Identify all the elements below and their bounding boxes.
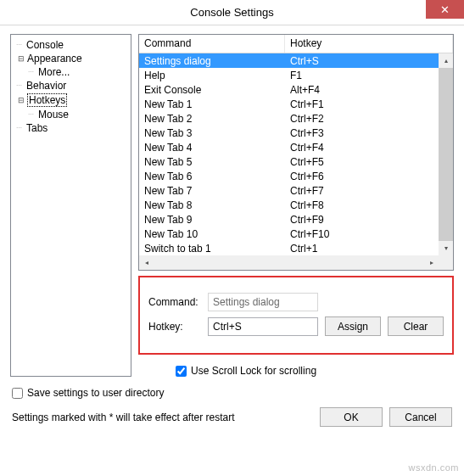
list-body[interactable]: Settings dialogCtrl+SHelpF1Exit ConsoleA… bbox=[139, 53, 453, 270]
list-row[interactable]: New Tab 8Ctrl+F8 bbox=[139, 198, 453, 212]
cell-hotkey: Ctrl+F8 bbox=[285, 199, 453, 211]
cell-command: Exit Console bbox=[139, 84, 285, 96]
tree-item-console[interactable]: ⋯Console bbox=[13, 38, 129, 52]
category-tree[interactable]: ⋯Console⊟Appearance⋯More...⋯Behavior⊟Hot… bbox=[10, 34, 131, 377]
cell-command: Help bbox=[139, 70, 285, 81]
assign-button[interactable]: Assign bbox=[325, 316, 381, 336]
cell-command: New Tab 1 bbox=[139, 98, 285, 110]
tree-item-label: Appearance bbox=[27, 53, 82, 64]
tree-item-label: More... bbox=[38, 66, 70, 78]
hotkey-input[interactable] bbox=[208, 317, 318, 336]
list-row[interactable]: New Tab 3Ctrl+F3 bbox=[139, 126, 453, 140]
restart-note: Settings marked with * will take effect … bbox=[12, 412, 235, 423]
command-label: Command: bbox=[148, 296, 201, 308]
scroll-thumb[interactable] bbox=[439, 68, 453, 241]
scroll-corner bbox=[439, 255, 453, 270]
cell-hotkey: Alt+F4 bbox=[285, 84, 453, 96]
clear-button[interactable]: Clear bbox=[388, 316, 444, 336]
cell-command: Switch to tab 1 bbox=[139, 243, 285, 255]
column-hotkey[interactable]: Hotkey bbox=[285, 35, 453, 53]
cell-command: Settings dialog bbox=[139, 55, 285, 67]
dialog-buttons: OK Cancel bbox=[320, 407, 452, 427]
list-row[interactable]: New Tab 7Ctrl+F7 bbox=[139, 183, 453, 198]
tree-item-appearance[interactable]: ⊟Appearance bbox=[13, 52, 129, 65]
column-command[interactable]: Command bbox=[139, 35, 285, 53]
cell-command: New Tab 2 bbox=[139, 113, 285, 125]
scroll-lock-checkbox[interactable] bbox=[176, 366, 187, 377]
cancel-button[interactable]: Cancel bbox=[389, 407, 452, 427]
cell-command: New Tab 7 bbox=[139, 185, 285, 197]
hotkey-row: Hotkey: Assign Clear bbox=[148, 316, 444, 336]
command-display: Settings dialog bbox=[208, 293, 318, 311]
tree-item-label: Tabs bbox=[26, 122, 48, 134]
cell-hotkey: Ctrl+F6 bbox=[285, 171, 453, 182]
tree-item-behavior[interactable]: ⋯Behavior bbox=[13, 79, 129, 92]
tree-item-hotkeys[interactable]: ⊟Hotkeys bbox=[13, 92, 129, 108]
window-title: Console Settings bbox=[190, 6, 273, 19]
cell-hotkey: Ctrl+S bbox=[285, 55, 453, 67]
tree-item-label: Console bbox=[26, 39, 64, 51]
cell-hotkey: Ctrl+F10 bbox=[285, 228, 453, 240]
tree-item-more-[interactable]: ⋯More... bbox=[13, 65, 129, 79]
save-user-dir-label[interactable]: Save settings to user directory bbox=[27, 387, 164, 399]
title-bar: Console Settings ✕ bbox=[0, 0, 464, 25]
tree-item-mouse[interactable]: ⋯Mouse bbox=[13, 108, 129, 121]
list-row[interactable]: New Tab 9Ctrl+F9 bbox=[139, 212, 453, 227]
scroll-lock-row: Use Scroll Lock for scrolling bbox=[138, 360, 454, 377]
scroll-right-icon[interactable]: ▸ bbox=[424, 255, 439, 270]
collapse-icon[interactable]: ⊟ bbox=[16, 54, 25, 64]
cell-command: New Tab 10 bbox=[139, 228, 285, 240]
right-panel: Command Hotkey Settings dialogCtrl+SHelp… bbox=[138, 34, 454, 377]
close-icon: ✕ bbox=[440, 3, 450, 16]
list-row[interactable]: New Tab 2Ctrl+F2 bbox=[139, 111, 453, 126]
tree-item-label: Hotkeys bbox=[27, 93, 67, 107]
horizontal-scrollbar[interactable]: ◂ ▸ bbox=[139, 255, 439, 270]
cell-command: New Tab 9 bbox=[139, 214, 285, 226]
cell-command: New Tab 3 bbox=[139, 127, 285, 139]
cell-command: New Tab 5 bbox=[139, 156, 285, 168]
cell-hotkey: Ctrl+F3 bbox=[285, 127, 453, 139]
list-row[interactable]: New Tab 5Ctrl+F5 bbox=[139, 154, 453, 169]
cell-command: New Tab 8 bbox=[139, 199, 285, 211]
cell-hotkey: Ctrl+F1 bbox=[285, 98, 453, 110]
main-area: ⋯Console⊟Appearance⋯More...⋯Behavior⊟Hot… bbox=[0, 25, 464, 382]
close-button[interactable]: ✕ bbox=[426, 0, 464, 19]
tree-item-label: Behavior bbox=[26, 80, 66, 92]
list-row[interactable]: Exit ConsoleAlt+F4 bbox=[139, 82, 453, 97]
list-row[interactable]: Switch to tab 1Ctrl+1 bbox=[139, 241, 453, 255]
scroll-left-icon[interactable]: ◂ bbox=[139, 255, 154, 270]
list-row[interactable]: New Tab 4Ctrl+F4 bbox=[139, 140, 453, 154]
list-row[interactable]: HelpF1 bbox=[139, 68, 453, 82]
scroll-track[interactable] bbox=[154, 255, 424, 270]
save-user-dir-row: Save settings to user directory bbox=[12, 387, 452, 399]
hotkey-edit-group: Command: Settings dialog Hotkey: Assign … bbox=[138, 276, 454, 355]
save-user-dir-checkbox[interactable] bbox=[12, 388, 23, 399]
hotkey-list[interactable]: Command Hotkey Settings dialogCtrl+SHelp… bbox=[138, 34, 454, 271]
cell-hotkey: Ctrl+F7 bbox=[285, 185, 453, 197]
list-row[interactable]: New Tab 10Ctrl+F10 bbox=[139, 227, 453, 241]
cell-hotkey: Ctrl+F4 bbox=[285, 142, 453, 154]
footer-bottom-row: Settings marked with * will take effect … bbox=[12, 407, 452, 427]
cell-hotkey: Ctrl+F5 bbox=[285, 156, 453, 168]
tree-item-label: Mouse bbox=[38, 109, 69, 120]
cell-hotkey: Ctrl+1 bbox=[285, 243, 453, 255]
cell-hotkey: F1 bbox=[285, 70, 453, 81]
scroll-up-icon[interactable]: ▴ bbox=[439, 53, 453, 68]
list-row[interactable]: New Tab 1Ctrl+F1 bbox=[139, 97, 453, 111]
collapse-icon[interactable]: ⊟ bbox=[16, 96, 25, 105]
hotkey-label: Hotkey: bbox=[148, 321, 201, 333]
cell-hotkey: Ctrl+F9 bbox=[285, 214, 453, 226]
footer: Save settings to user directory Settings… bbox=[0, 382, 464, 432]
list-row[interactable]: Settings dialogCtrl+S bbox=[139, 53, 453, 68]
cell-command: New Tab 6 bbox=[139, 171, 285, 182]
list-row[interactable]: New Tab 6Ctrl+F6 bbox=[139, 169, 453, 183]
tree-item-tabs[interactable]: ⋯Tabs bbox=[13, 121, 129, 135]
watermark: wsxdn.com bbox=[408, 462, 459, 473]
vertical-scrollbar[interactable]: ▴ ▾ bbox=[439, 53, 453, 255]
ok-button[interactable]: OK bbox=[320, 407, 383, 427]
command-row: Command: Settings dialog bbox=[148, 293, 444, 311]
scroll-down-icon[interactable]: ▾ bbox=[439, 241, 453, 255]
list-header: Command Hotkey bbox=[139, 35, 453, 53]
cell-hotkey: Ctrl+F2 bbox=[285, 113, 453, 125]
scroll-lock-label[interactable]: Use Scroll Lock for scrolling bbox=[191, 365, 316, 377]
